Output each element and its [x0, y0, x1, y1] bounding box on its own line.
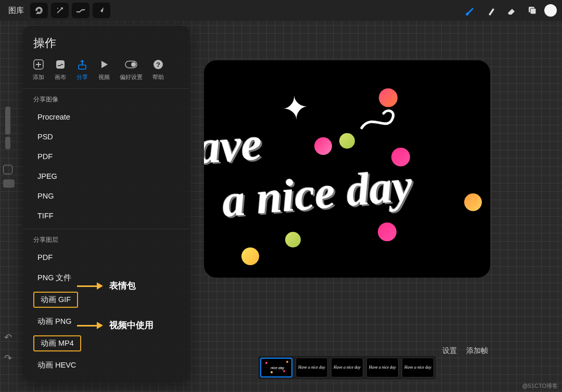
section-share-layer: 分享图层	[23, 229, 189, 247]
arrow-icon	[77, 323, 103, 328]
tab-prefs[interactable]: 偏好设置	[120, 58, 143, 81]
confetti-dot	[241, 247, 259, 265]
svg-text:?: ?	[156, 61, 160, 69]
format-layer-pdf[interactable]: PDF	[23, 247, 189, 267]
animation-timeline: 设置 添加帧 nice day Have a nice day Have a n…	[204, 348, 490, 382]
modifier-button[interactable]	[3, 165, 12, 174]
timeline-add-frame[interactable]: 添加帧	[466, 346, 488, 356]
swirl-icon	[359, 102, 401, 133]
left-slider-rail[interactable]	[1, 107, 15, 188]
frame-thumb[interactable]: Have a nice day	[296, 358, 328, 377]
tab-share[interactable]: 分享	[76, 58, 88, 81]
svg-point-10	[265, 362, 267, 364]
format-anim-mp4[interactable]: 动画 MP4	[33, 335, 81, 351]
frame-thumb[interactable]: Have a nice day	[402, 358, 434, 377]
annotation-gif: 表情包	[77, 280, 136, 292]
play-icon	[98, 58, 110, 71]
share-icon	[76, 58, 88, 71]
plus-icon	[32, 58, 45, 71]
confetti-dot	[339, 133, 355, 149]
layers-icon[interactable]	[523, 3, 541, 18]
top-toolbar: 图库	[0, 0, 562, 21]
canvas-preview[interactable]: ✦ ave a nice day	[204, 60, 490, 278]
svg-point-12	[271, 371, 273, 373]
confetti-dot	[378, 223, 397, 241]
confetti-dot	[464, 193, 482, 211]
artwork-text-1: ave	[204, 116, 263, 174]
smudge-icon[interactable]	[482, 3, 500, 18]
move-icon[interactable]	[93, 3, 110, 18]
brush-icon[interactable]	[461, 3, 479, 18]
format-procreate[interactable]: Procreate	[23, 107, 189, 127]
actions-tabs: 添加 画布 分享 视频 偏好设置 ? 帮助	[23, 56, 189, 85]
frame-thumb[interactable]: nice day	[260, 358, 292, 377]
arrow-icon	[77, 283, 103, 289]
svg-point-11	[286, 361, 288, 363]
confetti-dot	[285, 232, 301, 247]
frame-thumb[interactable]: Have a nice day	[366, 358, 399, 377]
format-anim-hevc[interactable]: 动画 HEVC	[23, 355, 189, 376]
frame-strip: nice day Have a nice day Have a nice day…	[258, 355, 437, 380]
tab-canvas[interactable]: 画布	[54, 58, 67, 81]
watermark: @51CTO博客	[522, 382, 558, 390]
format-png[interactable]: PNG	[23, 186, 189, 206]
format-anim-gif[interactable]: 动画 GIF	[33, 292, 78, 308]
toggle-icon	[125, 58, 137, 71]
annotation-mp4: 视频中使用	[77, 319, 154, 331]
tab-video[interactable]: 视频	[98, 58, 110, 81]
gallery-button[interactable]: 图库	[5, 3, 27, 18]
frame-thumb[interactable]: Have a nice day	[331, 358, 363, 377]
svg-point-13	[283, 370, 285, 372]
select-icon[interactable]	[72, 3, 90, 18]
tab-add[interactable]: 添加	[32, 58, 45, 81]
section-share-image: 分享图像	[23, 88, 189, 107]
format-jpeg[interactable]: JPEG	[23, 166, 189, 186]
format-psd[interactable]: PSD	[23, 127, 189, 147]
help-icon: ?	[152, 58, 164, 71]
svg-point-0	[57, 8, 58, 9]
confetti-dot	[314, 137, 332, 155]
svg-rect-5	[79, 65, 86, 69]
format-pdf[interactable]: PDF	[23, 147, 189, 166]
color-swatch[interactable]	[544, 4, 557, 17]
svg-rect-2	[530, 8, 536, 14]
canvas-icon	[54, 58, 67, 71]
redo-icon[interactable]: ↷	[4, 352, 12, 364]
adjust-icon[interactable]	[30, 3, 48, 18]
undo-icon[interactable]: ↶	[4, 332, 12, 343]
timeline-settings[interactable]: 设置	[442, 346, 457, 356]
sparkle-icon: ✦	[280, 87, 311, 128]
eraser-icon[interactable]	[503, 3, 520, 18]
wand-icon[interactable]	[51, 3, 69, 18]
format-tiff[interactable]: TIFF	[23, 206, 189, 226]
svg-rect-4	[56, 60, 65, 69]
tab-help[interactable]: ? 帮助	[152, 58, 164, 81]
svg-point-7	[131, 62, 136, 67]
panel-title: 操作	[23, 35, 189, 56]
svg-text:nice day: nice day	[271, 366, 285, 370]
